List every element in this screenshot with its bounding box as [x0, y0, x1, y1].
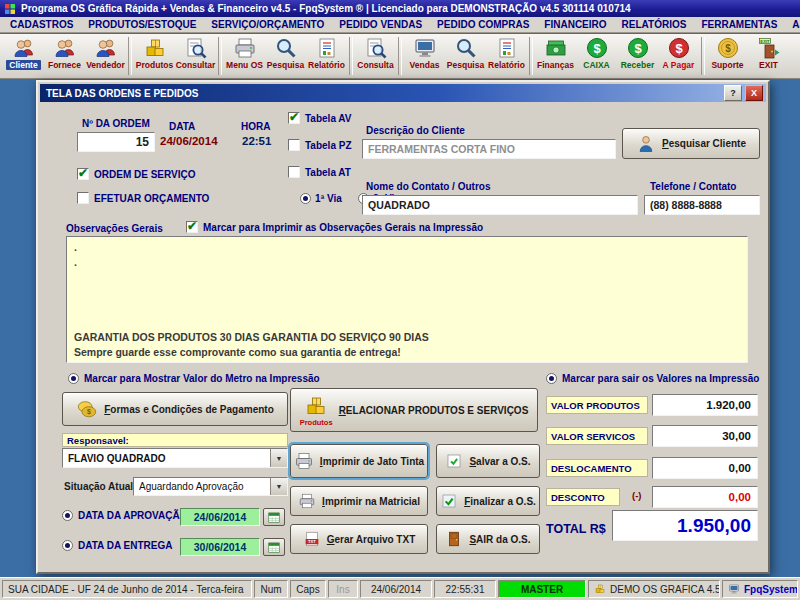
ordem-servico-checkbox[interactable] [77, 168, 89, 180]
approval-date-label: DATA DA APROVAÇÃO [78, 510, 187, 521]
exit-os-label: SAIR da O.S. [469, 534, 530, 545]
approval-date-row: DATA DA APROVAÇÃO [62, 510, 187, 521]
link-products-button[interactable]: Produtos RELACIONAR PRODUTOS E SERVIÇOS [290, 388, 538, 432]
txt-file-icon [303, 530, 321, 548]
toolbar-label: Fornece [48, 60, 81, 70]
payable-dollar-icon [666, 36, 692, 60]
print-matrix-button[interactable]: Imprimir na Matricial [290, 486, 428, 516]
ordem-servico-label: ORDEM DE SERVIÇO [94, 169, 196, 180]
toolbar-menu-os[interactable]: Menu OS [224, 36, 265, 70]
check-icon [440, 492, 458, 510]
delivery-date-label: DATA DA ENTREGA [78, 540, 172, 551]
toolbar-financas[interactable]: Finanças [535, 36, 576, 70]
close-icon[interactable]: X [745, 85, 763, 101]
status-city: SUA CIDADE - UF 24 de Junho de 2014 - Te… [2, 580, 252, 598]
delivery-date-field[interactable]: 30/06/2014 [180, 538, 260, 556]
menu-produtos-estoque[interactable]: PRODUTOS/ESTOQUE [86, 18, 198, 31]
order-number-input[interactable]: 15 [77, 132, 155, 152]
toolbar-separator [349, 37, 353, 75]
payment-terms-button[interactable]: Formas e Condições de Pagamento [62, 392, 288, 426]
suppliers-icon [52, 36, 78, 60]
print-observations-label: Marcar para Imprimir as Observações Gera… [203, 222, 483, 233]
toolbar-label: Cliente [6, 60, 40, 70]
tabela-at-checkbox[interactable] [288, 166, 300, 178]
toolbar-label: Pesquisa [447, 60, 484, 70]
toolbar-label: Suporte [711, 60, 743, 70]
generate-txt-button[interactable]: Gerar Arquivo TXT [290, 524, 428, 554]
help-button[interactable]: ? [724, 85, 742, 101]
toolbar-label: Produtos [136, 60, 173, 70]
exit-os-button[interactable]: SAIR da O.S. [436, 524, 540, 554]
toolbar-caixa[interactable]: CAIXA [576, 36, 617, 70]
search-icon [453, 36, 479, 60]
toolbar-vendas[interactable]: Vendas [404, 36, 445, 70]
tabela-pz-row: Tabela PZ [288, 139, 352, 151]
hour-value: 22:51 [242, 135, 271, 147]
search-client-button[interactable]: Pesquisar Cliente [622, 128, 760, 159]
contact-input[interactable]: QUADRADO [362, 195, 638, 215]
toolbar-label: Consultar [176, 60, 216, 70]
toolbar-label: Relatório [308, 60, 345, 70]
finalize-os-button[interactable]: Finalizar a O.S. [436, 486, 540, 516]
responsible-select[interactable]: FLAVIO QUADRADO [62, 448, 288, 468]
toolbar-label: Pesquisa [267, 60, 304, 70]
via1-radio[interactable] [300, 193, 311, 204]
desconto-value[interactable]: 0,00 [652, 486, 758, 508]
print-observations-checkbox[interactable] [186, 221, 198, 233]
search-doc-icon [183, 36, 209, 60]
show-values-radio[interactable] [546, 373, 557, 384]
menu-relatorios[interactable]: RELATÓRIOS [620, 18, 689, 31]
toolbar-a-pagar[interactable]: A Pagar [658, 36, 699, 70]
date-label: DATA [169, 121, 195, 132]
toolbar-receber[interactable]: Receber [617, 36, 658, 70]
menu-pedido-vendas[interactable]: PEDIDO VENDAS [337, 18, 424, 31]
phone-input[interactable]: (88) 8888-8888 [644, 195, 760, 215]
toolbar-consultar[interactable]: Consultar [175, 36, 216, 70]
show-values-label: Marcar para sair os Valores na Impressão [562, 373, 759, 384]
approval-date-field[interactable]: 24/06/2014 [180, 508, 260, 526]
valor-servicos-label: VALOR SERVICOS [546, 427, 648, 445]
ordem-servico-row: ORDEM DE SERVIÇO [77, 168, 196, 180]
print-inkjet-button[interactable]: Imprimir de Jato Tinta [290, 444, 428, 478]
status-select[interactable]: Aguardando Aprovação [133, 477, 288, 496]
client-input[interactable]: FERRAMENTAS CORTA FINO [362, 139, 616, 159]
menu-ferramentas[interactable]: FERRAMENTAS [699, 18, 779, 31]
toolbar-suporte[interactable]: Suporte [707, 36, 748, 70]
valor-produtos-value: 1.920,00 [652, 394, 758, 416]
menu-servico-orcamento[interactable]: SERVIÇO/ORÇAMENTO [209, 18, 326, 31]
approval-calendar-button[interactable] [263, 508, 285, 526]
deslocamento-value: 0,00 [652, 457, 758, 479]
chevron-down-icon[interactable] [270, 478, 287, 495]
toolbar-cliente[interactable]: Cliente [3, 36, 44, 70]
toolbar-relatorio-vendas[interactable]: Relatório [486, 36, 527, 70]
toolbar-relatorio-os[interactable]: Relatório [306, 36, 347, 70]
menu-financeiro[interactable]: FINANCEIRO [542, 18, 608, 31]
brand-icon [728, 583, 740, 595]
show-values-row: Marcar para sair os Valores na Impressão [546, 373, 759, 384]
toolbar-pesquisa-os[interactable]: Pesquisa [265, 36, 306, 70]
status-date: 24/06/2014 [360, 580, 432, 598]
toolbar-fornecedor[interactable]: Fornece [44, 36, 85, 70]
toolbar-label: Vendas [410, 60, 440, 70]
finalize-os-label: Finalizar a O.S. [464, 496, 536, 507]
toolbar-consulta[interactable]: Consulta [355, 36, 396, 70]
approval-date-radio[interactable] [62, 510, 73, 521]
delivery-calendar-button[interactable] [263, 538, 285, 556]
toolbar-vendedor[interactable]: Vendedor [85, 36, 126, 70]
toolbar-exit[interactable]: EXIT [748, 36, 789, 70]
tabela-av-checkbox[interactable] [288, 112, 300, 124]
toolbar-pesquisa-vendas[interactable]: Pesquisa [445, 36, 486, 70]
delivery-date-radio[interactable] [62, 540, 73, 551]
show-meter-radio[interactable] [68, 373, 79, 384]
toolbar-label: Menu OS [226, 60, 263, 70]
toolbar-produtos[interactable]: Produtos [134, 36, 175, 70]
tabela-pz-checkbox[interactable] [288, 139, 300, 151]
hour-label: HORA [241, 121, 270, 132]
observations-textarea[interactable]: . . GARANTIA DOS PRODUTOS 30 DIAS GARANT… [66, 236, 748, 363]
save-os-button[interactable]: Salvar a O.S. [436, 444, 540, 478]
efetuar-orcamento-checkbox[interactable] [77, 192, 89, 204]
chevron-down-icon[interactable] [270, 449, 287, 467]
menu-cadastros[interactable]: CADASTROS [8, 18, 75, 31]
menu-ajuda[interactable]: AJUDA [790, 18, 800, 31]
menu-pedido-compras[interactable]: PEDIDO COMPRAS [435, 18, 531, 31]
